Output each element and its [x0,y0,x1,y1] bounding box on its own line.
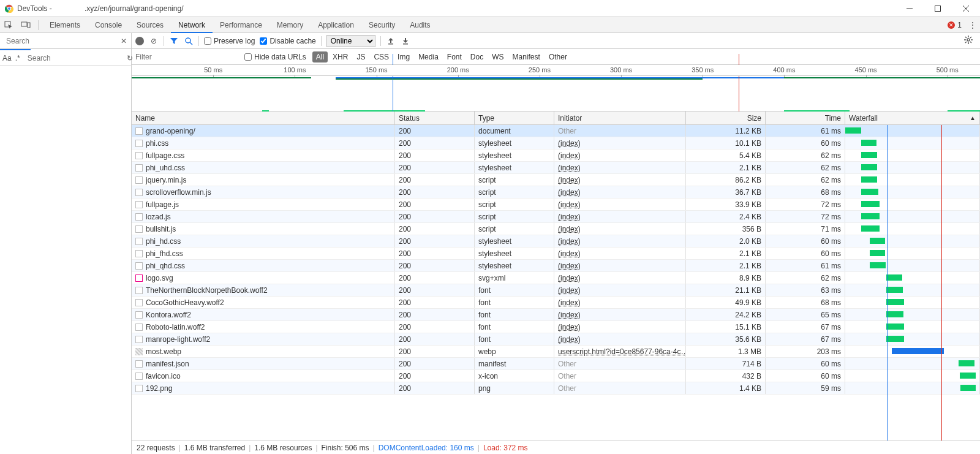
download-icon[interactable] [401,37,410,45]
cell-initiator[interactable]: (index) [554,260,686,271]
type-filter-other[interactable]: Other [545,51,571,62]
network-row[interactable]: 192.png200pngOther1.4 KB59 ms [132,382,980,395]
type-filter-xhr[interactable]: XHR [329,51,352,62]
search-panel-input[interactable] [24,51,123,65]
disable-cache-checkbox[interactable]: Disable cache [260,37,315,45]
network-row[interactable]: bullshit.js200script(index)356 B71 ms [132,223,980,235]
window-maximize-button[interactable] [924,0,952,17]
regex-icon[interactable]: .* [15,54,20,62]
upload-icon[interactable] [386,37,396,45]
type-filter-doc[interactable]: Doc [467,51,487,62]
overview-tick: 400 ms [773,66,795,74]
gear-icon[interactable] [964,36,976,46]
network-row[interactable]: manifest.json200manifestOther714 B60 ms [132,358,980,370]
cell-initiator[interactable]: (index) [554,211,686,222]
network-overview[interactable]: 50 ms100 ms150 ms200 ms250 ms300 ms350 m… [132,65,980,112]
panel-tab-console[interactable]: Console [88,17,129,33]
type-filter-font[interactable]: Font [443,51,466,62]
preserve-log-checkbox[interactable]: Preserve log [204,37,255,45]
network-row[interactable]: fullpage.js200script(index)33.9 KB72 ms [132,199,980,211]
cell-initiator[interactable]: (index) [554,149,686,161]
cell-size: 35.6 KB [686,333,766,345]
col-type[interactable]: Type [475,112,554,124]
network-row[interactable]: phi_fhd.css200stylesheet(index)2.1 KB60 … [132,248,980,260]
network-row[interactable]: phi.css200stylesheet(index)10.1 KB60 ms [132,137,980,149]
col-time[interactable]: Time [766,112,845,124]
cell-initiator[interactable]: (index) [554,137,686,149]
cell-initiator[interactable]: (index) [554,309,686,320]
panel-tab-performance[interactable]: Performance [213,17,270,33]
clear-icon[interactable]: ⊘ [149,37,159,45]
type-filter-media[interactable]: Media [415,51,442,62]
network-row[interactable]: most.webp200webpuserscript.html?id=0ce85… [132,346,980,358]
cell-initiator[interactable]: (index) [554,321,686,333]
cell-initiator[interactable]: (index) [554,199,686,210]
type-filter-js[interactable]: JS [353,51,369,62]
cell-initiator[interactable]: (index) [554,162,686,173]
network-row[interactable]: fullpage.css200stylesheet(index)5.4 KB62… [132,149,980,162]
network-row[interactable]: CocoGothicHeavy.woff2200font(index)49.9 … [132,297,980,309]
panel-tab-sources[interactable]: Sources [129,17,171,33]
network-row[interactable]: grand-opening/200documentOther11.2 KB61 … [132,125,980,137]
col-waterfall[interactable]: Waterfall▲ [845,112,980,124]
panel-tab-elements[interactable]: Elements [42,17,88,33]
panel-tab-security[interactable]: Security [361,17,402,33]
hide-data-urls-checkbox[interactable]: Hide data URLs [244,53,306,61]
record-button[interactable] [135,37,144,45]
type-filter-manifest[interactable]: Manifest [509,51,544,62]
inspect-element-icon[interactable] [0,17,17,33]
network-row[interactable]: Kontora.woff2200font(index)24.2 KB65 ms [132,309,980,321]
cell-initiator[interactable]: (index) [554,248,686,259]
col-size[interactable]: Size [686,112,766,124]
network-row[interactable]: phi_uhd.css200stylesheet(index)2.1 KB62 … [132,162,980,174]
network-row[interactable]: lozad.js200script(index)2.4 KB72 ms [132,211,980,223]
cell-initiator[interactable]: userscript.html?id=0ce85677-96ca-4c… [554,346,686,357]
device-toolbar-icon[interactable] [17,17,34,33]
network-row[interactable]: manrope-light.woff2200font(index)35.6 KB… [132,333,980,346]
network-row[interactable]: logo.svg200svg+xml(index)8.9 KB62 ms [132,272,980,284]
cell-initiator[interactable]: (index) [554,186,686,198]
file-icon [135,299,143,306]
network-row[interactable]: TheNorthernBlockNorpethBook.woff2200font… [132,284,980,297]
panel-tab-application[interactable]: Application [311,17,361,33]
kebab-menu-icon[interactable]: ⋮ [965,17,980,33]
cell-initiator[interactable]: (index) [554,284,686,296]
filter-icon[interactable] [169,37,179,45]
cell-initiator[interactable]: (index) [554,223,686,235]
throttle-select[interactable]: Online [326,35,375,47]
col-initiator[interactable]: Initiator [554,112,686,124]
cell-initiator[interactable]: (index) [554,272,686,284]
cell-initiator[interactable]: (index) [554,297,686,308]
col-name[interactable]: Name [132,112,395,124]
network-row[interactable]: scrolloverflow.min.js200script(index)36.… [132,186,980,199]
cell-waterfall [845,137,980,149]
clear-search-icon[interactable]: ✕ [119,36,129,46]
type-filter-all[interactable]: All [312,51,328,62]
window-minimize-button[interactable] [895,0,924,17]
filter-input[interactable] [133,51,237,63]
cell-initiator[interactable]: (index) [554,235,686,247]
network-row[interactable]: jquery.min.js200script(index)86.2 KB62 m… [132,174,980,186]
type-filter-ws[interactable]: WS [488,51,507,62]
sb-load: Load: 372 ms [483,444,528,452]
network-row[interactable]: Roboto-latin.woff2200font(index)15.1 KB6… [132,321,980,333]
search-icon[interactable] [184,37,194,45]
type-filter-img[interactable]: Img [394,51,413,62]
cell-type: stylesheet [475,248,554,259]
type-filter-css[interactable]: CSS [370,51,393,62]
cell-size: 36.7 KB [686,186,766,198]
match-case-icon[interactable]: Aa [2,54,12,62]
panel-tab-audits[interactable]: Audits [402,17,437,33]
panel-tab-network[interactable]: Network [171,17,213,33]
error-count-badge[interactable]: ✕ 1 [948,21,962,29]
network-row[interactable]: phi_hd.css200stylesheet(index)2.0 KB60 m… [132,235,980,248]
panel-tab-memory[interactable]: Memory [270,17,311,33]
search-panel-input-top[interactable] [2,34,119,48]
network-row[interactable]: favicon.ico200x-iconOther432 B60 ms [132,370,980,382]
col-status[interactable]: Status [395,112,475,124]
cell-initiator[interactable]: (index) [554,174,686,186]
network-table-header[interactable]: Name Status Type Initiator Size Time Wat… [132,112,980,125]
network-row[interactable]: phi_qhd.css200stylesheet(index)2.1 KB61 … [132,260,980,272]
cell-initiator[interactable]: (index) [554,333,686,345]
window-close-button[interactable] [952,0,980,17]
